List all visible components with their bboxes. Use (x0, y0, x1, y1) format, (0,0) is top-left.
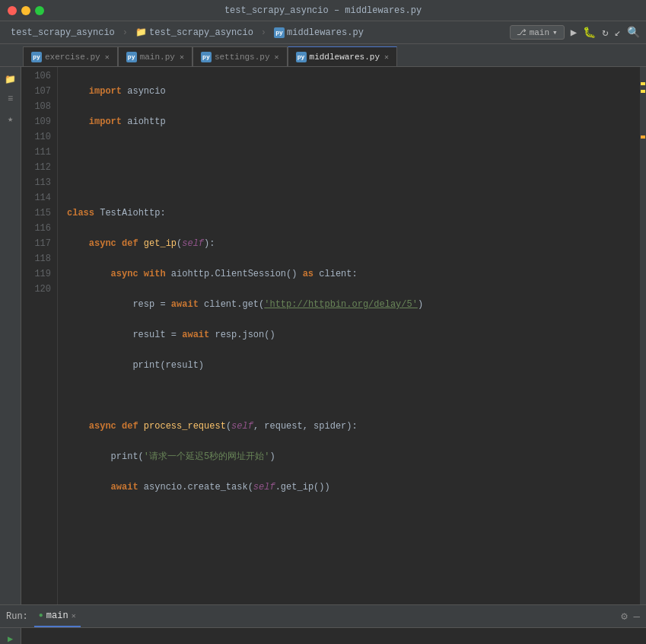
main-layout: 📁 ≡ ★ 106 107 108 109 110 111 112 113 11… (0, 67, 646, 604)
settings-icon[interactable]: ⚙ (621, 610, 627, 623)
code-line-117: async def process_request(self, request,… (67, 419, 646, 434)
close-icon[interactable]: ✕ (105, 53, 110, 62)
tab-label: middlewares.py (310, 53, 380, 62)
line-num: 119 (27, 266, 51, 282)
run-tab-name: main (46, 611, 68, 621)
line-num: 111 (27, 145, 51, 160)
run-icon[interactable]: ▶ (571, 26, 577, 39)
close-button[interactable] (8, 6, 17, 15)
py-icon: py (201, 52, 212, 62)
line-num: 110 (27, 129, 51, 145)
code-line-113: resp = await client.get('http://httpbin.… (67, 297, 646, 312)
line-num: 116 (27, 221, 51, 236)
tab-middlewares[interactable]: py middlewares.py ✕ (288, 46, 397, 66)
code-line-119: await asyncio.create_task(self.get_ip()) (67, 480, 646, 495)
branch-icon: ⎇ (517, 27, 527, 37)
tab-label: main.py (140, 53, 175, 62)
run-output: File "/Users/xieqiankun/.virtualenvs/tes… (21, 628, 646, 644)
code-line-108 (67, 145, 646, 160)
code-line-114: result = await resp.json() (67, 327, 646, 343)
code-line-106: import asyncio (67, 84, 646, 99)
code-line-112: async with aiohttp.ClientSession() as cl… (67, 266, 646, 282)
run-header-right: ⚙ — (621, 610, 640, 623)
code-line-109 (67, 175, 646, 190)
run-main-tab[interactable]: ● main ✕ (34, 605, 81, 627)
py-icon: py (126, 52, 137, 62)
line-num: 113 (27, 175, 51, 190)
line-num: 109 (27, 114, 51, 129)
run-tab-close-icon[interactable]: ✕ (72, 611, 76, 620)
nav-project[interactable]: test_scrapy_asyncio (6, 26, 119, 40)
line-num: 107 (27, 84, 51, 99)
code-line-110: class TestAiohttp: (67, 206, 646, 221)
tab-label: exercise.py (45, 53, 100, 62)
tab-main[interactable]: py main.py ✕ (118, 46, 193, 66)
code-line-120 (67, 510, 646, 525)
scroll-marker (641, 82, 645, 85)
run-body: ▶ ↑ ■ ↓ ⟳ ⤓ ↵ 🖨 File "/Users/xieqiankun/… (0, 628, 646, 644)
tabbar: py exercise.py ✕ py main.py ✕ py setting… (0, 44, 646, 67)
close-icon[interactable]: ✕ (180, 53, 184, 62)
code-line-111: async def get_ip(self): (67, 236, 646, 251)
branch-button[interactable]: ⎇ main ▾ (510, 25, 565, 40)
maximize-button[interactable] (35, 6, 44, 15)
titlebar: test_scrapy_asyncio – middlewares.py (0, 0, 646, 21)
line-num: 112 (27, 160, 51, 175)
run-header: Run: ● main ✕ ⚙ — (0, 605, 646, 628)
tab-settings[interactable]: py settings.py ✕ (193, 46, 288, 66)
scroll-marker-2 (641, 90, 645, 93)
sidebar-favorites-icon[interactable]: ★ (2, 110, 20, 128)
sidebar-structure-icon[interactable]: ≡ (2, 90, 20, 108)
scroll-marker-3 (641, 135, 645, 139)
folder-icon: 📁 (135, 27, 147, 38)
py-icon: py (296, 52, 307, 62)
run-icon-small: ● (39, 611, 43, 620)
line-num: 120 (27, 282, 51, 297)
run-label: Run: (6, 611, 28, 622)
code-container: 106 107 108 109 110 111 112 113 114 115 … (21, 67, 646, 604)
tab-label: settings.py (215, 53, 270, 62)
python-file-icon: py (274, 27, 285, 38)
line-num: 114 (27, 190, 51, 206)
navbar: test_scrapy_asyncio › 📁 test_scrapy_asyn… (0, 21, 646, 44)
play-button[interactable]: ▶ (3, 631, 18, 644)
close-icon[interactable]: ✕ (275, 53, 279, 62)
minimize-panel-icon[interactable]: — (634, 611, 640, 623)
code-content[interactable]: import asyncio import aiohttp class Test… (58, 67, 646, 604)
branch-name: main (530, 28, 549, 37)
chevron-down-icon: ▾ (552, 27, 558, 37)
refresh-icon[interactable]: ↻ (602, 26, 608, 39)
close-icon[interactable]: ✕ (384, 53, 389, 62)
line-numbers: 106 107 108 109 110 111 112 113 114 115 … (21, 67, 58, 604)
code-line-115: print(result) (67, 358, 646, 373)
run-panel: Run: ● main ✕ ⚙ — ▶ ↑ ■ ↓ ⟳ ⤓ ↵ 🖨 File "… (0, 604, 646, 644)
run-left-toolbar: ▶ ↑ ■ ↓ ⟳ ⤓ ↵ 🖨 (0, 628, 21, 644)
tab-exercise[interactable]: py exercise.py ✕ (23, 46, 118, 66)
line-num: 117 (27, 236, 51, 251)
editor-area: 106 107 108 109 110 111 112 113 114 115 … (21, 67, 646, 604)
right-scroll (640, 67, 646, 604)
line-num: 118 (27, 251, 51, 266)
code-line-116 (67, 388, 646, 403)
py-icon: py (31, 52, 42, 62)
search-icon[interactable]: 🔍 (627, 26, 640, 39)
window-title: test_scrapy_asyncio – middlewares.py (224, 5, 422, 16)
code-line-107: import aiohttp (67, 114, 646, 129)
code-line-118: print('请求一个延迟5秒的网址开始') (67, 449, 646, 464)
line-num: 106 (27, 69, 51, 84)
line-num: 115 (27, 206, 51, 221)
toolbar-right: ⎇ main ▾ ▶ 🐛 ↻ ↙ 🔍 (510, 25, 640, 40)
minimize-button[interactable] (21, 6, 30, 15)
left-sidebar: 📁 ≡ ★ (0, 67, 21, 604)
nav-folder[interactable]: 📁 test_scrapy_asyncio (131, 25, 258, 40)
debug-icon[interactable]: 🐛 (583, 26, 596, 39)
sidebar-project-icon[interactable]: 📁 (2, 70, 20, 88)
nav-file[interactable]: py middlewares.py (269, 26, 368, 40)
window-controls (8, 6, 44, 15)
line-num: 108 (27, 99, 51, 114)
vcs-icon[interactable]: ↙ (615, 26, 621, 39)
